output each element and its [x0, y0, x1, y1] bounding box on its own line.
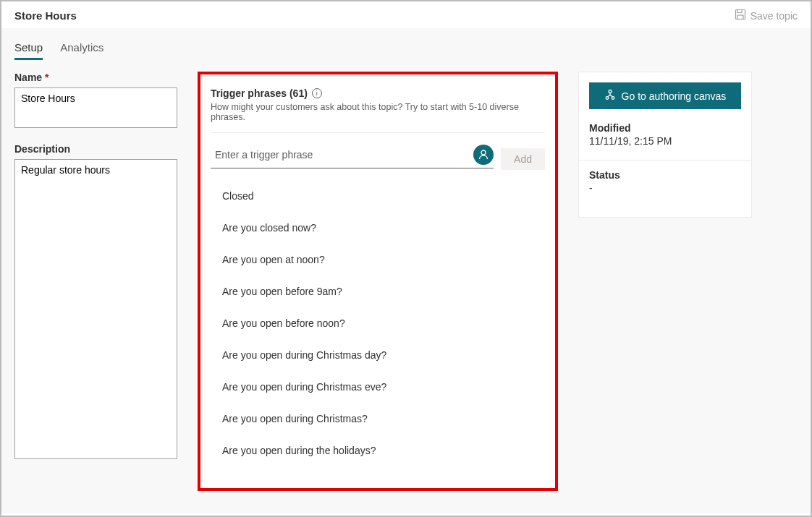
goto-authoring-canvas-button[interactable]: Go to authoring canvas [589, 82, 741, 109]
required-asterisk: * [45, 72, 48, 83]
trigger-header: Trigger phrases (61) i [211, 87, 545, 99]
trigger-phrase-item[interactable]: Are you open at noon? [222, 244, 548, 275]
svg-point-2 [481, 150, 486, 155]
trigger-phrase-item[interactable]: Are you closed now? [222, 212, 548, 244]
content-area: Setup Analytics Name * Description Trigg… [1, 28, 811, 513]
status-label: Status [589, 169, 741, 181]
right-column: Go to authoring canvas Modified 11/11/19… [578, 72, 752, 218]
modified-label: Modified [589, 122, 741, 134]
save-topic-label: Save topic [750, 10, 798, 22]
canvas-icon [604, 89, 616, 103]
trigger-phrases-title: Trigger phrases (61) [211, 87, 308, 99]
svg-point-3 [609, 90, 612, 93]
page-title: Store Hours [14, 9, 77, 22]
status-value: - [589, 182, 741, 194]
trigger-phrase-item[interactable]: Are you open before 9am? [222, 275, 548, 307]
name-label: Name * [14, 72, 177, 83]
add-phrase-button[interactable]: Add [501, 148, 545, 170]
name-input[interactable] [14, 87, 177, 128]
save-icon [735, 9, 746, 22]
svg-point-4 [606, 97, 609, 100]
meta-divider [579, 160, 751, 161]
divider [211, 132, 545, 133]
trigger-phrase-item[interactable]: Are you open during Christmas day? [222, 339, 548, 371]
trigger-phrase-input[interactable] [215, 149, 468, 161]
tabs: Setup Analytics [14, 41, 798, 60]
person-icon[interactable] [473, 145, 494, 165]
trigger-phrase-item[interactable]: Are you open during Christmas eve? [222, 371, 548, 403]
goto-authoring-canvas-label: Go to authoring canvas [622, 90, 727, 102]
topbar: Store Hours Save topic [1, 1, 811, 28]
columns: Name * Description Trigger phrases (61) … [14, 72, 798, 491]
tab-analytics[interactable]: Analytics [60, 41, 103, 60]
trigger-phrase-list[interactable]: ClosedAre you closed now?Are you open at… [211, 177, 548, 478]
trigger-phrase-item[interactable]: Are you open during Christmas? [222, 403, 548, 435]
modified-value: 11/11/19, 2:15 PM [589, 135, 741, 147]
save-topic-button[interactable]: Save topic [735, 9, 798, 22]
tab-setup[interactable]: Setup [14, 41, 43, 60]
svg-rect-1 [737, 15, 743, 20]
trigger-subtext: How might your customers ask about this … [211, 102, 545, 122]
trigger-phrase-item[interactable]: Closed [222, 180, 548, 212]
trigger-phrase-item[interactable]: Are you open during the holidays? [222, 435, 548, 466]
trigger-phrases-panel: Trigger phrases (61) i How might your cu… [198, 72, 558, 491]
info-icon[interactable]: i [312, 88, 322, 98]
trigger-phrase-item[interactable]: Are you open before noon? [222, 307, 548, 339]
left-column: Name * Description [14, 72, 177, 461]
svg-point-5 [612, 97, 614, 100]
description-label: Description [14, 143, 177, 155]
description-input[interactable] [14, 159, 177, 459]
